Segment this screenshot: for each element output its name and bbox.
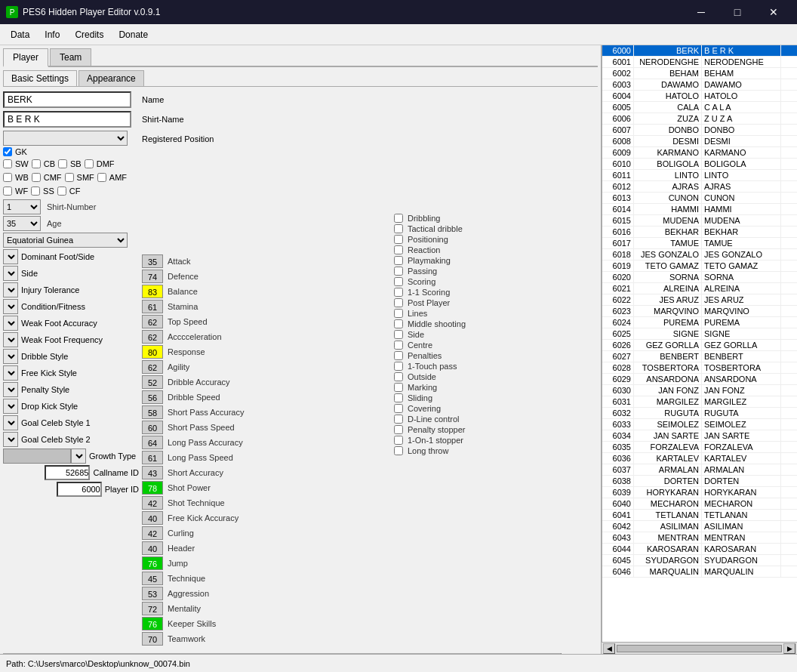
player-list-row[interactable]: 6010BOLIGOLABOLIGOLA xyxy=(602,159,797,170)
shirt-number-select[interactable]: 1 xyxy=(3,199,41,214)
menu-donate[interactable]: Donate xyxy=(111,26,155,43)
menu-credits[interactable]: Credits xyxy=(67,26,111,43)
stat-value[interactable]: 35 xyxy=(142,254,163,268)
check-stat-checkbox[interactable] xyxy=(394,425,403,434)
check-stat-checkbox[interactable] xyxy=(394,372,403,381)
player-list-row[interactable]: 6039HORYKARANHORYKARAN xyxy=(602,487,797,498)
stat-value[interactable]: 42 xyxy=(142,496,163,510)
check-stat-checkbox[interactable] xyxy=(394,309,403,318)
player-list-row[interactable]: 6018JES GONZALOJES GONZALO xyxy=(602,249,797,260)
stat-value[interactable]: 80 xyxy=(142,345,163,359)
set-button[interactable]: SET => xyxy=(3,653,562,654)
check-stat-checkbox[interactable] xyxy=(394,436,403,445)
stat-value[interactable]: 76 xyxy=(142,617,163,630)
stat-value[interactable]: 70 xyxy=(142,632,163,646)
player-list-row[interactable]: 6028TOSBERTORATOSBERTORA xyxy=(602,362,797,374)
pos-gk-checkbox[interactable] xyxy=(3,147,12,156)
player-list-row[interactable]: 6007DONBODONBO xyxy=(602,125,797,136)
player-list-row[interactable]: 6031MARGILEZMARGILEZ xyxy=(602,396,797,408)
player-list-row[interactable]: 6043MENTRANMENTRAN xyxy=(602,532,797,544)
player-list-row[interactable]: 6041TETLANANTETLANAN xyxy=(602,510,797,521)
stat-value[interactable]: 40 xyxy=(142,541,163,555)
stat-value[interactable]: 43 xyxy=(142,466,163,479)
dribble-style-select[interactable] xyxy=(3,349,18,364)
player-list-row[interactable]: 6046MARQUALINMARQUALIN xyxy=(602,566,797,578)
stat-value[interactable]: 74 xyxy=(142,270,163,283)
check-stat-checkbox[interactable] xyxy=(394,235,403,244)
age-select[interactable]: 35 xyxy=(3,216,41,231)
player-list-row[interactable]: 6004HATOLOHATOLO xyxy=(602,91,797,102)
stat-value[interactable]: 53 xyxy=(142,587,163,600)
player-list-row[interactable]: 6005CALAC A L A xyxy=(602,102,797,113)
injury-tolerance-select[interactable] xyxy=(3,282,18,297)
check-stat-checkbox[interactable] xyxy=(394,446,403,455)
player-list-row[interactable]: 6040MECHARONMECHARON xyxy=(602,498,797,510)
player-list-row[interactable]: 6033SEIMOLEZSEIMOLEZ xyxy=(602,419,797,430)
stat-value[interactable]: 83 xyxy=(142,285,163,298)
dominant-foot-select[interactable] xyxy=(3,249,18,264)
check-stat-checkbox[interactable] xyxy=(394,245,403,254)
hscroll-right-button[interactable]: ▶ xyxy=(783,643,795,654)
player-list-row[interactable]: 6020SORNASORNA xyxy=(602,272,797,283)
stat-value[interactable]: 62 xyxy=(142,360,163,374)
player-id-input[interactable] xyxy=(57,482,102,497)
shirt-name-input[interactable] xyxy=(3,111,131,128)
stat-value[interactable]: 52 xyxy=(142,375,163,389)
check-stat-checkbox[interactable] xyxy=(394,319,403,328)
stat-value[interactable]: 45 xyxy=(142,572,163,585)
stat-value[interactable]: 61 xyxy=(142,451,163,464)
tab-player[interactable]: Player xyxy=(3,48,48,67)
check-stat-checkbox[interactable] xyxy=(394,404,403,413)
player-list-row[interactable]: 6035FORZALEVAFORZALEVA xyxy=(602,442,797,453)
player-list-row[interactable]: 6021ALREINAALREINA xyxy=(602,283,797,294)
player-list-row[interactable]: 6030JAN FONZJAN FONZ xyxy=(602,385,797,396)
pos-ss-checkbox[interactable] xyxy=(31,186,40,196)
player-list-row[interactable]: 6045SYUDARGONSYUDARGON xyxy=(602,555,797,566)
subtab-appearance[interactable]: Appearance xyxy=(78,70,144,86)
player-list-row[interactable]: 6027BENBERTBENBERT xyxy=(602,351,797,362)
side-select[interactable] xyxy=(3,266,18,281)
goal-celeb-2-select[interactable] xyxy=(3,432,18,447)
player-list-row[interactable]: 6036KARTALEVKARTALEV xyxy=(602,453,797,464)
drop-kick-style-select[interactable] xyxy=(3,399,18,414)
tab-team[interactable]: Team xyxy=(50,48,91,66)
player-list-row[interactable]: 6025SIGNESIGNE xyxy=(602,328,797,340)
maximize-button[interactable]: □ xyxy=(720,0,755,24)
menu-info[interactable]: Info xyxy=(37,26,67,43)
stat-value[interactable]: 61 xyxy=(142,300,163,313)
menu-data[interactable]: Data xyxy=(3,26,37,43)
stat-value[interactable]: 76 xyxy=(142,556,163,570)
pos-amf-checkbox[interactable] xyxy=(97,173,106,182)
free-kick-style-select[interactable] xyxy=(3,365,18,381)
growth-type-select[interactable] xyxy=(71,449,86,464)
player-list-row[interactable]: 6029ANSARDONAANSARDONA xyxy=(602,374,797,385)
minimize-button[interactable]: ─ xyxy=(684,0,719,24)
subtab-basic-settings[interactable]: Basic Settings xyxy=(3,70,77,86)
stat-value[interactable]: 62 xyxy=(142,330,163,344)
check-stat-checkbox[interactable] xyxy=(394,415,403,424)
player-list-row[interactable]: 6042ASILIMANASILIMAN xyxy=(602,521,797,532)
player-list-row[interactable]: 6009KARMANOKARMANO xyxy=(602,147,797,159)
player-list-row[interactable]: 6017TAMUETAMUE xyxy=(602,238,797,249)
stat-value[interactable]: 60 xyxy=(142,421,163,434)
callname-id-input[interactable] xyxy=(45,465,90,480)
goal-celeb-1-select[interactable] xyxy=(3,415,18,430)
stat-value[interactable]: 64 xyxy=(142,436,163,449)
hscroll-left-button[interactable]: ◀ xyxy=(603,643,615,654)
pos-smf-checkbox[interactable] xyxy=(65,173,74,182)
player-list-row[interactable]: 6022JES ARUZJES ARUZ xyxy=(602,294,797,306)
player-list-row[interactable]: 6000BERKB E R K xyxy=(602,45,797,57)
check-stat-checkbox[interactable] xyxy=(394,256,403,265)
check-stat-checkbox[interactable] xyxy=(394,393,403,402)
pos-wb-checkbox[interactable] xyxy=(3,173,12,182)
player-list-row[interactable]: 6024PUREMAPUREMA xyxy=(602,317,797,328)
check-stat-checkbox[interactable] xyxy=(394,330,403,339)
player-list-row[interactable]: 6012AJRASAJRAS xyxy=(602,181,797,193)
player-list-row[interactable]: 6002BEHAMBEHAM xyxy=(602,68,797,79)
pos-cmf-checkbox[interactable] xyxy=(32,173,41,182)
stat-value[interactable]: 40 xyxy=(142,511,163,525)
pos-sw-checkbox[interactable] xyxy=(3,159,12,168)
stat-value[interactable]: 56 xyxy=(142,390,163,404)
close-button[interactable]: ✕ xyxy=(756,0,791,24)
player-list-row[interactable]: 6026GEZ GORLLAGEZ GORLLA xyxy=(602,340,797,351)
